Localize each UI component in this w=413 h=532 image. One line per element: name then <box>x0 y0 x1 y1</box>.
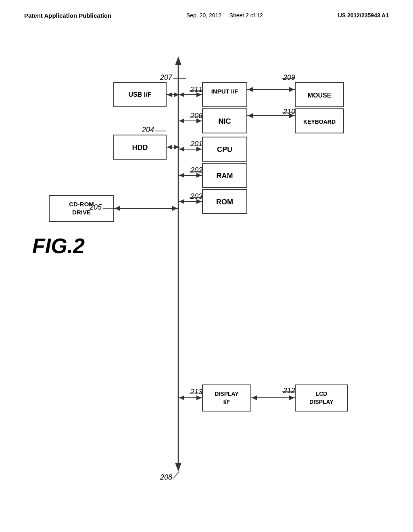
publication-number: US 2012/235943 A1 <box>338 12 389 19</box>
svg-marker-22 <box>172 206 177 211</box>
publication-label: Patent Application Publication <box>24 12 111 19</box>
diagram-container: 207 USB I/F 204 HDD 205 CD-ROM DRIVE 203 <box>24 52 389 508</box>
svg-marker-47 <box>289 87 294 92</box>
cdrom-label-line2: DRIVE <box>72 209 91 216</box>
label-203: 203 <box>190 192 202 200</box>
label-210: 210 <box>283 108 295 116</box>
cdrom-label-line1: CD-ROM <box>69 201 94 208</box>
nic-label: NIC <box>219 117 231 125</box>
svg-marker-57 <box>196 395 202 400</box>
keyboard-label: KEYBOARD <box>303 118 336 125</box>
lcd-label2: DISPLAY <box>309 399 334 405</box>
label-211: 211 <box>190 85 202 94</box>
rom-label: ROM <box>216 198 233 206</box>
svg-rect-39 <box>202 83 247 107</box>
svg-line-63 <box>173 472 179 478</box>
label-209: 209 <box>283 73 295 81</box>
lcd-label1: LCD <box>316 391 327 397</box>
svg-marker-6 <box>167 92 172 97</box>
label-212: 212 <box>283 387 295 395</box>
svg-marker-18 <box>179 199 184 204</box>
svg-marker-36 <box>179 118 184 123</box>
display-if-label1: DISPLAY <box>215 391 239 397</box>
svg-marker-2 <box>175 463 181 472</box>
input-if-label-line1: INPUT I/F <box>211 88 238 95</box>
display-if-label2: I/F <box>223 399 230 405</box>
sheet-info: Sheet 2 of 12 <box>229 12 263 19</box>
page-header: Patent Application Publication Sep. 20, … <box>0 0 413 23</box>
svg-marker-62 <box>289 395 294 400</box>
label-208: 208 <box>160 473 172 481</box>
svg-marker-11 <box>167 145 172 150</box>
svg-marker-21 <box>115 206 120 211</box>
header-center: Sep. 20, 2012 Sheet 2 of 12 <box>186 12 263 19</box>
label-204: 204 <box>142 126 154 134</box>
publication-date: Sep. 20, 2012 <box>186 12 221 19</box>
svg-marker-56 <box>179 395 184 400</box>
mouse-label: MOUSE <box>308 92 332 99</box>
label-206: 206 <box>190 112 203 120</box>
cpu-label: CPU <box>217 145 232 154</box>
svg-marker-1 <box>175 56 181 65</box>
ram-label: RAM <box>217 172 233 180</box>
svg-marker-51 <box>248 113 253 118</box>
label-207: 207 <box>160 73 173 81</box>
svg-marker-61 <box>252 395 257 400</box>
label-201: 201 <box>190 140 202 148</box>
svg-marker-41 <box>179 92 184 97</box>
svg-marker-46 <box>248 87 253 92</box>
svg-rect-59 <box>295 385 348 411</box>
block-diagram: 207 USB I/F 204 HDD 205 CD-ROM DRIVE 203 <box>24 52 389 508</box>
svg-marker-31 <box>179 173 184 178</box>
svg-rect-54 <box>202 385 251 411</box>
hdd-label: HDD <box>132 143 148 152</box>
label-213: 213 <box>190 388 202 396</box>
label-202: 202 <box>190 166 202 174</box>
usb-if-label: USB I/F <box>129 91 152 98</box>
